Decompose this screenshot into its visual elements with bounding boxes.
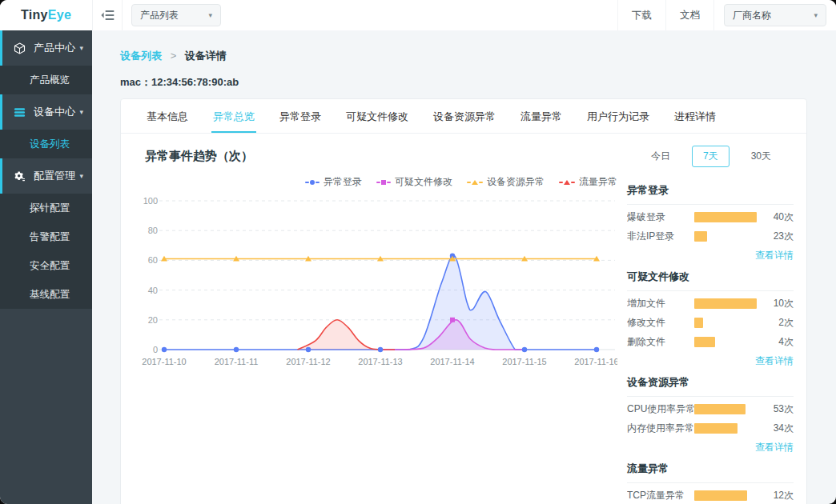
stat-bar-track — [694, 490, 758, 501]
stat-bar-track — [694, 318, 758, 328]
svg-text:0: 0 — [153, 345, 158, 354]
main-content: 设备列表 > 设备详情 mac：12:34:56:78:90:ab 基本信息异常… — [92, 30, 836, 504]
view-details-link[interactable]: 查看详情 — [627, 354, 794, 368]
sidebar-item-device-center[interactable]: 设备中心▾ — [0, 94, 92, 130]
tab-7[interactable]: 进程详情 — [673, 99, 717, 133]
legend-label: 异常登录 — [324, 175, 362, 189]
stat-bar — [694, 298, 757, 309]
stat-count: 12次 — [765, 489, 794, 502]
stat-count: 40次 — [765, 210, 794, 224]
product-list-select[interactable]: 产品列表 ▾ — [131, 4, 221, 26]
breadcrumb-device-list[interactable]: 设备列表 — [120, 50, 162, 62]
summary-section: 可疑文件修改增加文件10次修改文件2次删除文件4次查看详情 — [627, 263, 794, 368]
chart-column: 异常登录可疑文件修改设备资源异常流量异常 0204060801002017-11… — [137, 167, 617, 373]
stat-count: 23次 — [765, 230, 794, 243]
stat-count: 53次 — [765, 402, 794, 416]
app-screen: TinyEye 产品列表 ▾ 下载 文档 厂商名称 ▾ — [0, 0, 836, 504]
tab-3[interactable]: 可疑文件修改 — [344, 99, 410, 133]
collapse-sidebar-button[interactable] — [93, 0, 123, 30]
legend-circle-marker-icon — [305, 180, 320, 185]
tab-5[interactable]: 流量异常 — [519, 99, 564, 133]
trend-time-filter: 今日7天30天 — [640, 146, 782, 167]
svg-text:60: 60 — [148, 255, 158, 265]
summary-section-title: 可疑文件修改 — [627, 263, 794, 291]
trend-body: 异常登录可疑文件修改设备资源异常流量异常 0204060801002017-11… — [121, 167, 806, 504]
stat-label: 删除文件 — [627, 335, 694, 349]
legend-item[interactable]: 流量异常 — [559, 175, 617, 189]
list-icon — [14, 106, 27, 118]
chevron-down-icon: ▾ — [79, 108, 86, 116]
svg-text:2017-11-12: 2017-11-12 — [286, 357, 330, 366]
chart-legend: 异常登录可疑文件修改设备资源异常流量异常 — [137, 175, 617, 189]
legend-item[interactable]: 可疑文件修改 — [376, 175, 452, 189]
legend-triangle-marker-icon — [559, 180, 575, 185]
sidebar-item-label: 设备中心 — [34, 105, 75, 119]
svg-text:2017-11-14: 2017-11-14 — [430, 357, 474, 366]
summary-panel: 异常登录爆破登录40次非法IP登录23次查看详情可疑文件修改增加文件10次修改文… — [617, 167, 806, 504]
stat-label: 增加文件 — [627, 297, 694, 310]
legend-item[interactable]: 设备资源异常 — [467, 175, 545, 189]
chevron-down-icon: ▾ — [814, 11, 818, 19]
stat-count: 4次 — [765, 335, 794, 349]
svg-text:2017-11-15: 2017-11-15 — [502, 357, 546, 366]
vendor-select[interactable]: 厂商名称 ▾ — [724, 4, 826, 26]
tab-0[interactable]: 基本信息 — [145, 99, 190, 133]
sidebar-item-baseline-config[interactable]: 基线配置 — [0, 280, 92, 309]
stat-label: 内存使用率异常 — [627, 422, 694, 435]
cube-icon — [14, 42, 27, 54]
download-link[interactable]: 下载 — [617, 0, 665, 30]
chevron-down-icon: ▾ — [208, 11, 212, 19]
stat-bar — [694, 423, 738, 434]
trend-card-head: 异常事件趋势（次） 今日7天30天 — [121, 134, 806, 167]
summary-section: 设备资源异常CPU使用率异常53次内存使用率异常34次查看详情 — [627, 369, 794, 454]
legend-label: 流量异常 — [579, 175, 617, 189]
topbar-right: 下载 文档 厂商名称 ▾ — [617, 0, 836, 30]
stat-bar — [694, 404, 746, 414]
product-list-select-value: 产品列表 — [140, 9, 179, 22]
legend-item[interactable]: 异常登录 — [305, 175, 362, 189]
sidebar-item-alert-config[interactable]: 告警配置 — [0, 222, 92, 251]
sidebar-item-product-overview[interactable]: 产品概览 — [0, 66, 92, 94]
breadcrumb-current: 设备详情 — [185, 50, 227, 62]
topbar: TinyEye 产品列表 ▾ 下载 文档 厂商名称 ▾ — [0, 0, 836, 30]
filter-30days[interactable]: 30天 — [740, 146, 782, 167]
tab-4[interactable]: 设备资源异常 — [432, 99, 497, 133]
sidebar-item-probe-config[interactable]: 探针配置 — [0, 194, 92, 222]
stat-row: CPU使用率异常53次 — [627, 402, 794, 416]
view-details-link[interactable]: 查看详情 — [627, 441, 794, 454]
device-mac: mac：12:34:56:78:90:ab — [120, 75, 807, 90]
svg-text:20: 20 — [148, 315, 158, 325]
sidebar-item-product-center[interactable]: 产品中心▾ — [0, 30, 92, 66]
svg-text:40: 40 — [148, 286, 158, 295]
tab-6[interactable]: 用户行为记录 — [585, 99, 651, 133]
stat-label: CPU使用率异常 — [627, 402, 694, 416]
view-details-link[interactable]: 查看详情 — [627, 249, 794, 262]
svg-text:2017-11-13: 2017-11-13 — [358, 357, 402, 366]
detail-tabs: 基本信息异常总览异常登录可疑文件修改设备资源异常流量异常用户行为记录进程详情 — [121, 99, 806, 134]
stat-bar — [694, 490, 747, 501]
menu-fold-icon — [101, 10, 115, 21]
summary-section: 流量异常TCP流量异常12次UDP流量异常8次查看详情 — [627, 455, 794, 504]
stat-bar-track — [694, 298, 758, 309]
docs-link[interactable]: 文档 — [665, 0, 713, 30]
sidebar-item-security-config[interactable]: 安全配置 — [0, 251, 92, 280]
stat-label: TCP流量异常 — [627, 489, 694, 502]
vendor-select-value: 厂商名称 — [733, 9, 771, 22]
stat-bar — [694, 318, 703, 328]
vendor-cell: 厂商名称 ▾ — [713, 0, 836, 30]
sidebar-item-config-management[interactable]: 配置管理▾ — [0, 158, 92, 194]
sidebar-item-device-list[interactable]: 设备列表 — [0, 130, 92, 158]
summary-section-title: 流量异常 — [627, 455, 794, 483]
legend-triangle-marker-icon — [467, 180, 483, 185]
stat-label: 修改文件 — [627, 316, 694, 330]
filter-7days[interactable]: 7天 — [692, 146, 729, 167]
stat-bar — [694, 212, 757, 222]
tab-1[interactable]: 异常总览 — [211, 99, 256, 133]
summary-section: 异常登录爆破登录40次非法IP登录23次查看详情 — [627, 177, 794, 262]
tab-2[interactable]: 异常登录 — [278, 99, 323, 133]
stat-count: 10次 — [765, 297, 794, 310]
filter-today[interactable]: 今日 — [640, 146, 681, 167]
stat-row: 修改文件2次 — [627, 316, 794, 330]
legend-label: 设备资源异常 — [487, 175, 545, 189]
svg-text:2017-11-16: 2017-11-16 — [574, 357, 617, 366]
